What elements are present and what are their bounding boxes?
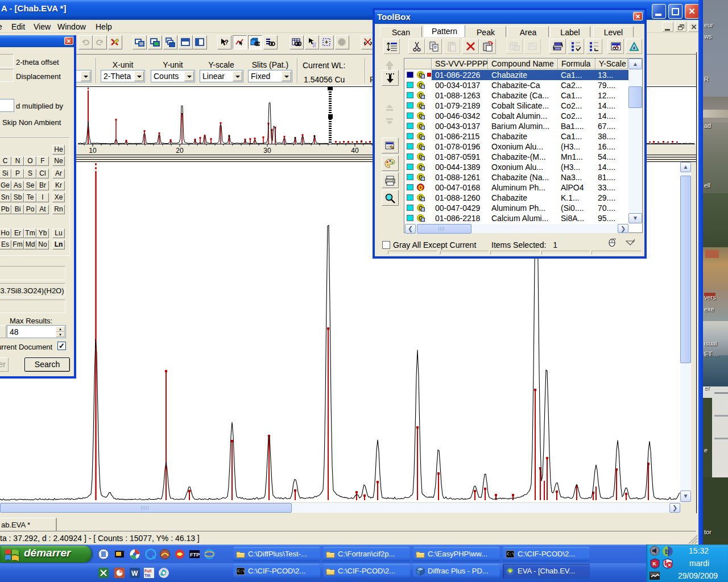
svg-text:Tilt: Tilt xyxy=(144,573,151,577)
svg-text:?: ? xyxy=(533,44,536,50)
svg-text:K: K xyxy=(653,561,657,567)
svg-text:W: W xyxy=(131,569,138,577)
svg-text:FTP: FTP xyxy=(190,552,200,558)
svg-text:?: ? xyxy=(225,39,229,45)
svg-text:40: 40 xyxy=(351,147,359,155)
svg-text:C:\: C:\ xyxy=(238,569,245,573)
svg-text:10: 10 xyxy=(89,147,97,155)
svg-text:30: 30 xyxy=(263,147,271,155)
svg-text:C:\: C:\ xyxy=(507,552,515,556)
svg-text:20: 20 xyxy=(176,147,184,155)
svg-text:b: b xyxy=(665,547,669,556)
svg-text:Full: Full xyxy=(144,569,151,573)
